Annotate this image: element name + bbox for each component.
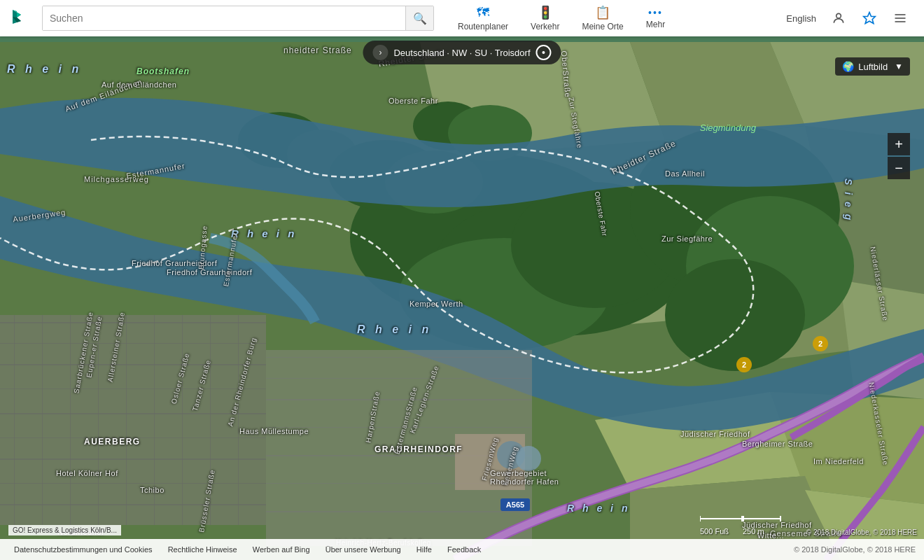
breadcrumb-location-pin[interactable] [536, 45, 552, 60]
scale-bar: 500 Fuß 250 m [700, 512, 784, 536]
footer-feedback[interactable]: Feedback [442, 545, 486, 554]
svg-rect-33 [0, 438, 266, 438]
svg-text:2: 2 [742, 360, 746, 369]
footer-uber[interactable]: Über unsere Werbung [320, 545, 407, 554]
breadcrumb-expand[interactable]: › [372, 45, 388, 60]
nav-meine-orte-label: Meine Orte [582, 22, 623, 31]
search-bar: 🔍 [42, 6, 434, 31]
svg-rect-28 [0, 322, 266, 323]
verkehr-icon: 🚦 [538, 5, 553, 20]
svg-rect-30 [0, 364, 266, 365]
svg-point-69 [542, 51, 545, 54]
scale-label-meters: 250 m [743, 527, 764, 536]
nav-meine-orte[interactable]: 📋 Meine Orte [572, 1, 633, 36]
svg-rect-50 [266, 427, 532, 428]
nav-mehr-label: Mehr [646, 20, 665, 29]
search-input[interactable] [43, 6, 405, 30]
svg-rect-41 [126, 315, 127, 525]
svg-rect-29 [0, 343, 266, 344]
nav-verkehr-label: Verkehr [531, 22, 559, 31]
mehr-icon: ••• [648, 7, 663, 18]
menu-icon-button[interactable] [888, 6, 913, 31]
routenplaner-icon: 🗺 [477, 6, 489, 20]
globe-icon: 🌍 [842, 61, 854, 72]
footer-hilfe[interactable]: Hilfe [411, 545, 438, 554]
svg-rect-42 [154, 315, 155, 525]
footer: Datenschutzbestimmungen und Cookies Rech… [0, 539, 924, 560]
breadcrumb-location: Deutschland · NW · SU · Troisdorf [393, 48, 530, 58]
nav-mehr[interactable]: ••• Mehr [636, 3, 675, 34]
svg-rect-39 [70, 315, 71, 525]
breadcrumb-bar: › Deutschland · NW · SU · Troisdorf [363, 41, 561, 64]
svg-rect-37 [14, 315, 15, 525]
svg-rect-49 [266, 399, 532, 400]
search-button[interactable]: 🔍 [405, 6, 433, 30]
zoom-out-button[interactable]: − [888, 157, 910, 179]
nav-items: 🗺 Routenplaner 🚦 Verkehr 📋 Meine Orte ••… [448, 1, 675, 36]
rewards-icon-button[interactable] [857, 6, 882, 31]
nav-routenplaner[interactable]: 🗺 Routenplaner [448, 1, 518, 36]
aerial-toggle[interactable]: 🌍 Luftbild ▼ [835, 57, 910, 76]
map-container[interactable]: A565 2 2 R h e i n Bootshafen Auf dem Ei… [0, 0, 924, 560]
svg-rect-36 [0, 504, 266, 505]
footer-copyright: © 2018 DigitalGlobe, © 2018 HERE [794, 545, 916, 554]
svg-marker-65 [864, 13, 876, 24]
svg-rect-34 [0, 458, 266, 460]
meine-orte-icon: 📋 [595, 5, 610, 20]
svg-rect-44 [210, 315, 211, 525]
aerial-label: Luftbild [858, 62, 888, 72]
svg-rect-27 [0, 315, 266, 525]
svg-point-62 [516, 446, 541, 471]
aerial-dropdown-icon: ▼ [895, 62, 903, 71]
svg-rect-48 [266, 378, 532, 379]
footer-rechtliche[interactable]: Rechtliche Hinweise [162, 545, 243, 554]
right-controls: English [782, 6, 924, 31]
logo-overlay: GO! Express & Logistics Köln/B... [8, 525, 121, 536]
svg-rect-38 [42, 315, 43, 525]
svg-rect-53 [266, 511, 532, 512]
bing-logo[interactable] [0, 0, 36, 36]
user-icon-button[interactable] [826, 6, 851, 31]
svg-rect-32 [0, 413, 266, 414]
zoom-in-button[interactable]: + [888, 133, 910, 155]
svg-point-64 [836, 13, 841, 18]
svg-rect-35 [0, 483, 266, 484]
svg-rect-31 [0, 388, 266, 389]
svg-text:2: 2 [818, 340, 822, 348]
footer-datenschutz[interactable]: Datenschutzbestimmungen und Cookies [8, 545, 158, 554]
search-icon: 🔍 [413, 12, 427, 25]
map-copyright: © 2018 DigitalGlobe, © 2018 HERE [806, 528, 917, 536]
language-button[interactable]: English [782, 10, 820, 27]
footer-werben[interactable]: Werben auf Bing [247, 545, 316, 554]
zoom-controls: + − [888, 133, 910, 179]
logo-text: GO! Express & Logistics Köln/B... [13, 526, 117, 534]
svg-rect-63 [7, 7, 29, 29]
svg-text:A565: A565 [506, 500, 524, 509]
scale-label-feet: 500 Fuß [700, 527, 729, 536]
chevron-right-icon: › [379, 48, 382, 57]
nav-verkehr[interactable]: 🚦 Verkehr [521, 1, 569, 36]
svg-rect-40 [98, 315, 99, 525]
svg-rect-45 [238, 315, 239, 525]
topbar: 🔍 🗺 Routenplaner 🚦 Verkehr 📋 Meine Orte … [0, 0, 924, 36]
siegmuendung-map-label: Siegmündung [700, 122, 756, 133]
svg-rect-43 [182, 315, 183, 525]
svg-rect-47 [266, 357, 532, 358]
svg-point-20 [665, 259, 805, 371]
nav-routenplaner-label: Routenplaner [458, 22, 508, 31]
